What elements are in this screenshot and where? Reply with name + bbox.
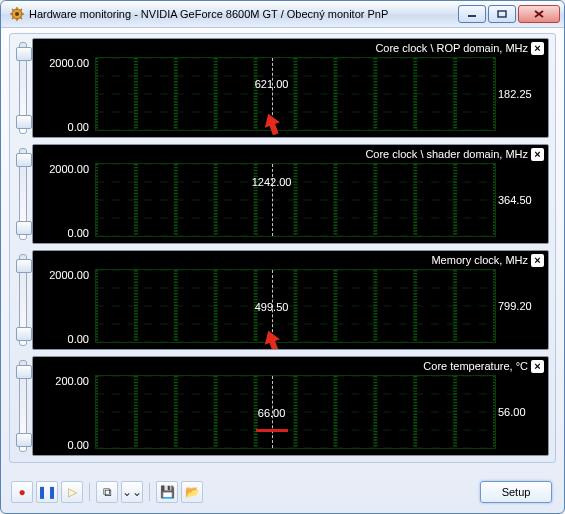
y-tick-min: 0.00: [37, 333, 89, 345]
y-tick-max: 2000.00: [37, 57, 89, 69]
chart-close-icon[interactable]: ×: [531, 254, 544, 267]
chart[interactable]: Core temperature, °C×200.000.0066.0056.0…: [32, 356, 549, 456]
y-tick-min: 0.00: [37, 121, 89, 133]
copy-icon[interactable]: ⧉: [96, 481, 118, 503]
chart-row-0: Core clock \ ROP domain, MHz×2000.000.00…: [14, 38, 549, 138]
y-axis: 200.000.00: [37, 375, 95, 451]
y-tick-max: 2000.00: [37, 269, 89, 281]
current-value: 182.25: [498, 57, 544, 131]
folder-icon[interactable]: 📂: [181, 481, 203, 503]
y-tick-min: 0.00: [37, 439, 89, 451]
pause-icon[interactable]: ❚❚: [36, 481, 58, 503]
cursor-value: 66.00: [258, 407, 286, 419]
chart-row-1: Core clock \ shader domain, MHz×2000.000…: [14, 144, 549, 244]
save-icon[interactable]: 💾: [156, 481, 178, 503]
chart-close-icon[interactable]: ×: [531, 42, 544, 55]
y-tick-min: 0.00: [37, 227, 89, 239]
chart-title: Core clock \ shader domain, MHz: [365, 148, 528, 160]
plot-area[interactable]: 66.00: [95, 375, 496, 449]
vertical-slider[interactable]: [14, 144, 32, 244]
titlebar[interactable]: Hardware monitoring - NVIDIA GeForce 860…: [1, 1, 564, 28]
window-frame: Hardware monitoring - NVIDIA GeForce 860…: [0, 0, 565, 514]
cursor-line: [272, 164, 273, 236]
window-title: Hardware monitoring - NVIDIA GeForce 860…: [29, 8, 458, 20]
plot-area[interactable]: 1242.00: [95, 163, 496, 237]
vertical-slider[interactable]: [14, 38, 32, 138]
current-value: 799.20: [498, 269, 544, 343]
chevrons-down-icon[interactable]: ⌄⌄: [121, 481, 143, 503]
plot-area[interactable]: 499.50: [95, 269, 496, 343]
svg-rect-11: [498, 11, 506, 17]
cursor-value: 621.00: [255, 78, 289, 90]
cursor-value: 1242.00: [252, 176, 292, 188]
app-icon: [9, 6, 25, 22]
y-tick-max: 2000.00: [37, 163, 89, 175]
vertical-slider[interactable]: [14, 356, 32, 456]
record-icon[interactable]: ●: [11, 481, 33, 503]
toolbar-separator: [89, 483, 90, 501]
chart[interactable]: Core clock \ ROP domain, MHz×2000.000.00…: [32, 38, 549, 138]
red-bar: [256, 429, 288, 432]
chart-title: Core clock \ ROP domain, MHz: [375, 42, 528, 54]
svg-line-8: [20, 9, 22, 11]
close-button[interactable]: [518, 5, 560, 23]
chart-close-icon[interactable]: ×: [531, 148, 544, 161]
chart-row-2: Memory clock, MHz×2000.000.00499.50799.2…: [14, 250, 549, 350]
cursor-value: 499.50: [255, 301, 289, 313]
chart-row-3: Core temperature, °C×200.000.0066.0056.0…: [14, 356, 549, 456]
chart-title: Memory clock, MHz: [431, 254, 528, 266]
cursor-line: [272, 58, 273, 130]
plot-area[interactable]: 621.00: [95, 57, 496, 131]
maximize-button[interactable]: [488, 5, 516, 23]
vertical-slider[interactable]: [14, 250, 32, 350]
y-axis: 2000.000.00: [37, 163, 95, 239]
setup-button[interactable]: Setup: [480, 481, 552, 503]
tag-icon[interactable]: ▷: [61, 481, 83, 503]
chart-title: Core temperature, °C: [423, 360, 528, 372]
current-value: 56.00: [498, 375, 544, 449]
chart[interactable]: Core clock \ shader domain, MHz×2000.000…: [32, 144, 549, 244]
svg-line-6: [12, 9, 14, 11]
chart[interactable]: Memory clock, MHz×2000.000.00499.50799.2…: [32, 250, 549, 350]
y-axis: 2000.000.00: [37, 57, 95, 133]
svg-point-1: [15, 12, 19, 16]
current-value: 364.50: [498, 163, 544, 237]
svg-line-7: [20, 17, 22, 19]
chart-close-icon[interactable]: ×: [531, 360, 544, 373]
charts-panel: Core clock \ ROP domain, MHz×2000.000.00…: [9, 33, 556, 463]
svg-line-9: [12, 17, 14, 19]
minimize-button[interactable]: [458, 5, 486, 23]
y-axis: 2000.000.00: [37, 269, 95, 345]
toolbar-separator: [149, 483, 150, 501]
y-tick-max: 200.00: [37, 375, 89, 387]
toolbar: ●❚❚▷⧉⌄⌄💾📂: [11, 481, 203, 503]
